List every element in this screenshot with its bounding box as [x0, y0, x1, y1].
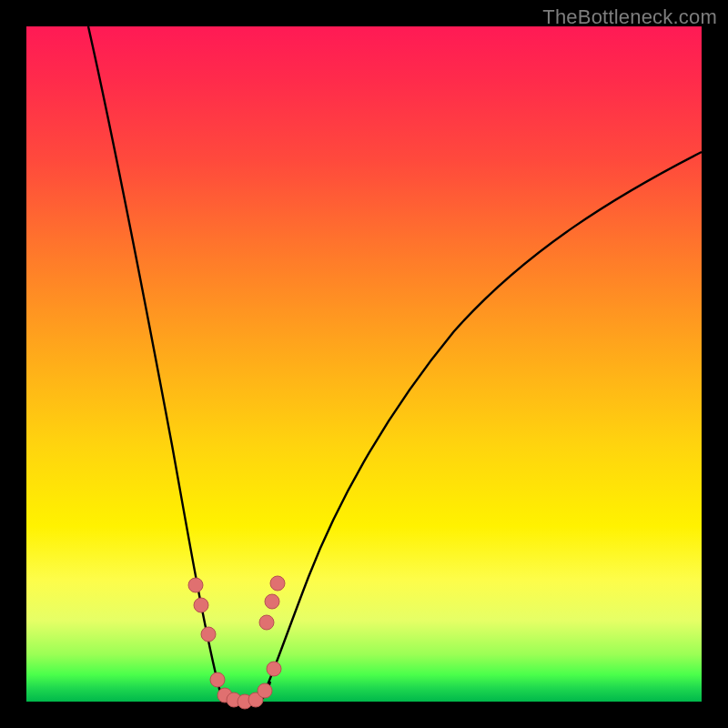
watermark-text: TheBottleneck.com [542, 5, 717, 29]
markers-group [188, 576, 285, 709]
marker [201, 627, 216, 642]
chart-frame: TheBottleneck.com [0, 0, 728, 728]
marker [194, 598, 208, 612]
chart-svg [26, 26, 702, 702]
right-curve [261, 152, 702, 700]
marker [270, 576, 285, 591]
marker [258, 683, 272, 698]
marker [210, 672, 225, 687]
left-curve [88, 26, 227, 700]
marker [259, 615, 274, 630]
marker [265, 594, 279, 609]
marker [188, 578, 203, 592]
marker [267, 662, 281, 676]
